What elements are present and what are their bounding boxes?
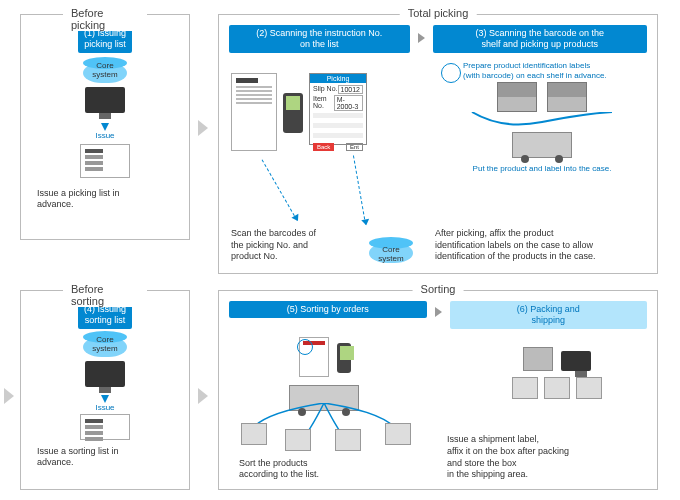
caption-left: Scan the barcodes of the picking No. and… bbox=[231, 228, 351, 263]
document-icon bbox=[80, 414, 130, 440]
box-icon bbox=[512, 377, 538, 399]
arrow-right-icon bbox=[198, 120, 208, 136]
caption-left: Sort the products according to the list. bbox=[239, 458, 399, 481]
core-db-label: Core system bbox=[65, 61, 145, 79]
picking-screen-header: Picking bbox=[310, 74, 366, 83]
slip-value: 10012 bbox=[338, 85, 363, 94]
picking-screen: Picking Slip No.10012 Item No.M-2000-3 B… bbox=[309, 73, 367, 145]
dashed-arrow-icon bbox=[353, 155, 366, 224]
panel-title: Before sorting bbox=[63, 283, 147, 307]
slip-label: Slip No. bbox=[313, 85, 338, 94]
box-icon bbox=[576, 377, 602, 399]
grid-icon bbox=[313, 113, 363, 141]
scanner-icon bbox=[337, 343, 351, 373]
issue-arrow-icon bbox=[101, 395, 109, 403]
arrow-right-icon bbox=[435, 307, 442, 317]
note-top: Prepare product identification labels (w… bbox=[463, 61, 647, 80]
panel-before-sorting: Before sorting (4) Issuing sorting list … bbox=[20, 290, 190, 490]
arrow-right-icon bbox=[4, 388, 14, 404]
core-db-label: Core system bbox=[369, 245, 413, 263]
panel-title: Sorting bbox=[413, 283, 464, 295]
item-label: Item No. bbox=[313, 95, 334, 111]
scanner-icon bbox=[283, 93, 303, 133]
caption: Issue a sorting list in advance. bbox=[21, 442, 189, 473]
box-icon bbox=[385, 423, 411, 445]
shelf-icon bbox=[497, 82, 537, 112]
panel-title: Before picking bbox=[63, 7, 147, 31]
back-button[interactable]: Back bbox=[313, 143, 334, 151]
issue-label: Issue bbox=[65, 131, 145, 140]
flow-arrows-icon bbox=[452, 112, 632, 132]
monitor-icon bbox=[561, 351, 591, 371]
arrow-right-icon bbox=[418, 33, 425, 43]
core-db-label: Core system bbox=[65, 335, 145, 353]
panel-title: Total picking bbox=[400, 7, 477, 19]
item-value: M-2000-3 bbox=[334, 95, 363, 111]
step-6-badge: (6) Packing and shipping bbox=[450, 301, 648, 329]
panel-sorting: Sorting (5) Sorting by orders (6) Packin… bbox=[218, 290, 658, 490]
dashed-arrow-icon bbox=[262, 159, 298, 220]
box-icon bbox=[544, 377, 570, 399]
panel-before-picking: Before picking (1) Issuing picking list … bbox=[20, 14, 190, 240]
ent-button[interactable]: Ent bbox=[346, 143, 363, 151]
caption-right: Issue a shipment label, affix it on the … bbox=[447, 434, 637, 481]
monitor-icon bbox=[85, 361, 125, 387]
step-3-badge: (3) Scanning the barcode on the shelf an… bbox=[433, 25, 647, 53]
box-icon bbox=[335, 429, 361, 451]
document-icon bbox=[80, 144, 130, 178]
printer-icon bbox=[523, 347, 553, 371]
caption: Issue a picking list in advance. bbox=[21, 182, 189, 217]
caption-right: After picking, affix the product identif… bbox=[435, 228, 645, 263]
circle-highlight-icon bbox=[297, 339, 313, 355]
cart-icon bbox=[512, 132, 572, 158]
picking-list-icon bbox=[231, 73, 277, 151]
issue-label: Issue bbox=[65, 403, 145, 412]
step-2-badge: (2) Scanning the instruction No. on the … bbox=[229, 25, 410, 53]
arrow-right-icon bbox=[198, 388, 208, 404]
box-icon bbox=[285, 429, 311, 451]
step-5-badge: (5) Sorting by orders bbox=[229, 301, 427, 318]
box-icon bbox=[241, 423, 267, 445]
shelf-icon bbox=[547, 82, 587, 112]
note-mid: Put the product and label into the case. bbox=[437, 164, 647, 174]
panel-total-picking: Total picking (2) Scanning the instructi… bbox=[218, 14, 658, 274]
issue-arrow-icon bbox=[101, 123, 109, 131]
monitor-icon bbox=[85, 87, 125, 113]
circle-highlight-icon bbox=[441, 63, 461, 83]
